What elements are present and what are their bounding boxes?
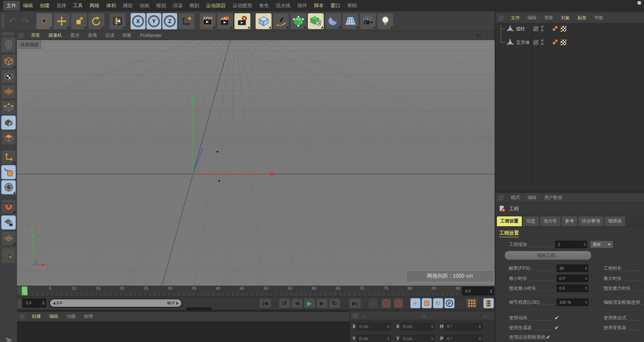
- rotate-tool-button[interactable]: [88, 13, 105, 30]
- toolbar-grip[interactable]: [2, 14, 5, 29]
- texture-mode-button[interactable]: [1, 69, 16, 84]
- viewport-menubar-grip[interactable]: [19, 33, 24, 39]
- mode-toolbar-grip[interactable]: [2, 32, 14, 36]
- unit-dropdown[interactable]: 厘米: [590, 241, 613, 248]
- object-manager-grip[interactable]: [498, 15, 504, 21]
- add-light-button[interactable]: [377, 13, 394, 30]
- add-spline-pen-button[interactable]: [273, 13, 289, 30]
- texture-lock-button[interactable]: [1, 247, 16, 264]
- redo-button[interactable]: ↷: [19, 14, 32, 29]
- main-menu-item[interactable]: 体积: [103, 1, 119, 11]
- attribute-manager-grip[interactable]: [498, 195, 504, 201]
- viewport-menu-item[interactable]: 查看: [27, 31, 44, 39]
- position-y-field[interactable]: 0 cm: [357, 335, 391, 342]
- frame-range-bar[interactable]: 0 F 90 F: [50, 299, 182, 307]
- uvw-tag-icon[interactable]: [560, 39, 566, 45]
- main-menu-item[interactable]: 脚本: [310, 1, 327, 11]
- main-menu-item[interactable]: 运动图形: [229, 1, 256, 11]
- next-key-button[interactable]: ↻: [329, 298, 340, 308]
- attribute-tab[interactable]: 工程设置: [497, 216, 522, 226]
- visibility-dots[interactable]: [541, 39, 543, 45]
- fps-field[interactable]: 30: [557, 264, 588, 272]
- scale-project-button[interactable]: 缩放工程...: [504, 251, 591, 260]
- main-menu-item[interactable]: 编辑: [20, 1, 36, 11]
- workplane-mode-button[interactable]: [1, 84, 16, 99]
- main-menu-item[interactable]: 捕捉: [119, 1, 136, 11]
- attribute-tab[interactable]: 待办事项: [579, 216, 604, 226]
- points-mode-button[interactable]: [1, 100, 16, 115]
- main-menu-item[interactable]: 帮助: [344, 1, 360, 11]
- size-y-field[interactable]: 0 cm: [400, 335, 435, 342]
- visibility-dots[interactable]: [541, 26, 543, 31]
- render-to-picture-viewer-button[interactable]: [217, 13, 233, 30]
- play-button[interactable]: ▶: [304, 298, 315, 308]
- lock-y-axis-button[interactable]: Y: [146, 13, 161, 30]
- key-parameter-button[interactable]: P: [444, 298, 455, 308]
- rotation-h-field[interactable]: 0 °: [444, 323, 482, 330]
- attribute-manager-menu-item[interactable]: 用户数据: [540, 194, 566, 202]
- goto-start-button[interactable]: |◀: [259, 298, 272, 308]
- main-menu-item[interactable]: 创建: [36, 1, 53, 11]
- previous-frame-button[interactable]: ◀: [291, 298, 303, 308]
- model-mode-button[interactable]: [1, 54, 16, 68]
- frame-stepper[interactable]: [489, 287, 492, 295]
- viewport-menu-item[interactable]: 过滤: [101, 31, 118, 39]
- uvw-tag-icon[interactable]: [560, 26, 566, 32]
- rotation-p-field[interactable]: 0 °: [444, 335, 482, 342]
- viewport-menu-item[interactable]: 显示: [66, 31, 84, 39]
- project-scale-field[interactable]: 1: [555, 241, 587, 248]
- timeline-ruler[interactable]: 051015202530354045505560657075808590 0 F: [17, 286, 495, 297]
- main-menu-item[interactable]: 渲染: [169, 1, 186, 11]
- current-frame-spinner[interactable]: 0 F: [462, 287, 494, 295]
- transport-grip[interactable]: [18, 299, 21, 308]
- goto-end-button[interactable]: ▶|: [349, 298, 361, 308]
- coordinate-system-button[interactable]: [178, 13, 195, 30]
- workplane-lock-button[interactable]: [1, 215, 16, 230]
- record-button[interactable]: ( ): [381, 298, 391, 308]
- use-animation-checkbox[interactable]: ✔: [554, 315, 559, 321]
- object-row-cube[interactable]: 立方体: [495, 38, 644, 47]
- snap-settings-button[interactable]: S: [1, 180, 16, 194]
- last-used-tool-button[interactable]: [109, 13, 126, 30]
- main-menu-item[interactable]: 角色: [256, 1, 272, 11]
- panel-splitter[interactable]: [495, 190, 644, 193]
- attribute-tab[interactable]: 参考: [562, 216, 577, 226]
- material-menu-item[interactable]: 编辑: [45, 312, 62, 320]
- add-floor-environment-button[interactable]: [342, 13, 359, 30]
- material-menu-item[interactable]: 创建: [28, 312, 45, 320]
- object-row-cylinder[interactable]: 圆柱: [495, 24, 644, 33]
- keyframe-selection-button[interactable]: [483, 298, 494, 308]
- main-menu-item[interactable]: 雕刻: [186, 1, 203, 11]
- sculpt-head-button[interactable]: [1, 37, 16, 53]
- main-menu-item[interactable]: 运动跟踪: [203, 1, 229, 11]
- add-camera-button[interactable]: [360, 13, 376, 30]
- object-manager-menu-item[interactable]: 书签: [590, 14, 607, 22]
- main-menu-item[interactable]: 选择: [53, 1, 70, 11]
- key-position-button[interactable]: +: [410, 298, 421, 308]
- pan-view-icon[interactable]: [474, 32, 481, 39]
- undo-button[interactable]: ↶: [6, 14, 19, 29]
- main-menu-item[interactable]: 窗口: [327, 1, 344, 11]
- material-menu-item[interactable]: 功能: [62, 312, 80, 320]
- main-menu-item[interactable]: 流水线: [272, 1, 294, 11]
- material-menu-item[interactable]: 纹理: [80, 312, 97, 320]
- zoom-view-icon[interactable]: ↕: [483, 32, 490, 39]
- material-menubar-grip[interactable]: [19, 314, 25, 319]
- main-menu-item[interactable]: 网格: [86, 1, 103, 11]
- preview-min-time-field[interactable]: 0 F: [557, 284, 588, 292]
- main-menu-item[interactable]: 模拟: [153, 1, 169, 11]
- previous-key-button[interactable]: ↺: [279, 298, 290, 308]
- add-cube-primitive-button[interactable]: [255, 13, 272, 30]
- scene-object-dot[interactable]: [219, 180, 220, 182]
- viewport-menu-item[interactable]: 摄像机: [44, 31, 66, 39]
- lod-field[interactable]: 100 %: [557, 298, 588, 306]
- perspective-viewport[interactable]: Y X 透视视图 网格间距 : 1000 cm: [17, 40, 495, 286]
- frame-range-slider[interactable]: 0 F 90 F: [49, 298, 182, 308]
- phong-tag-icon[interactable]: [552, 26, 559, 32]
- key-scale-button[interactable]: [422, 298, 432, 308]
- object-manager-menu-item[interactable]: 编辑: [524, 14, 540, 22]
- min-time-field[interactable]: 0 F: [557, 275, 588, 282]
- polygons-mode-button[interactable]: [1, 131, 16, 145]
- main-menu-item[interactable]: 工具: [70, 1, 86, 11]
- object-manager-menu-item[interactable]: 标签: [574, 14, 590, 22]
